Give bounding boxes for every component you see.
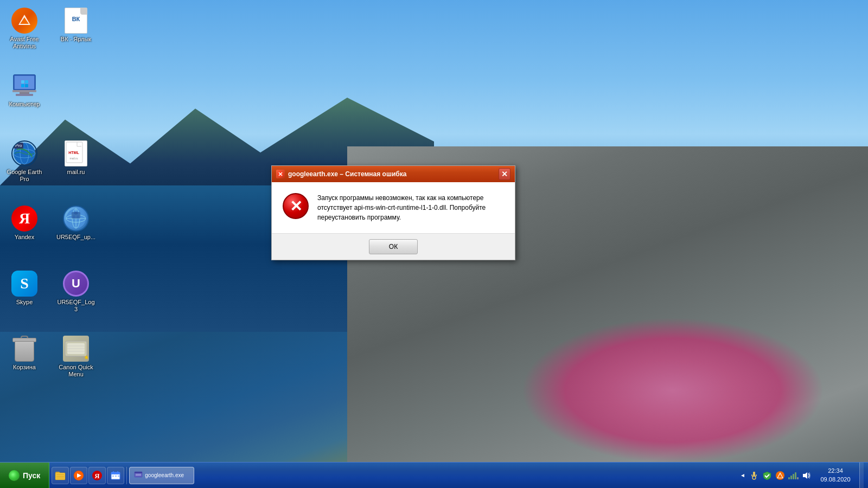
svg-rect-47 [118,476,119,477]
svg-rect-5 [21,80,24,84]
trash-icon [11,336,37,362]
desktop: Avast Free Antivirus ВК ВК - Ярлык [0,0,868,488]
tray-usb-icon[interactable] [749,470,760,481]
dialog-close-button[interactable]: ✕ [499,168,510,180]
taskbar-media-button[interactable] [70,467,87,484]
svg-point-23 [74,211,78,215]
ur5eqf-log-icon-label: UR5EQF_Log 3 [56,299,95,313]
clock-display[interactable]: 22:34 09.08.2020 [814,467,857,484]
taskbar-programs: Я [49,463,196,488]
desktop-icon-avast[interactable]: Avast Free Antivirus [3,5,46,52]
taskbar-calendar-button[interactable] [107,467,124,484]
error-dialog: googleearth.exe – Системная ошибка ✕ ✕ З… [271,165,515,260]
skype-icon: S [11,271,37,297]
taskbar: Пуск [0,462,868,488]
tray-avast-icon[interactable] [775,470,786,481]
vk-icon-label: ВК - Ярлык [61,36,91,43]
mail-icon-label: mail.ru [67,169,85,176]
ur5eqf-up-icon [63,206,89,232]
clock-time: 22:34 [828,467,843,475]
canon-icon: ★ [63,336,89,362]
dialog-footer: ОК [272,233,515,260]
svg-text:Pro: Pro [15,144,21,148]
ur5eqf-up-icon-label: UR5EQF_up... [56,234,95,241]
network-bars [788,472,799,479]
trash-icon-label: Корзина [13,364,36,371]
dialog-titlebar: googleearth.exe – Системная ошибка ✕ [272,166,515,182]
svg-rect-4 [16,94,33,96]
svg-text:HTML: HTML [68,151,79,155]
svg-rect-51 [136,475,141,476]
svg-rect-45 [112,476,114,477]
vk-icon: ВК [63,8,89,34]
computer-icon [11,73,37,99]
desktop-icon-ur5eqf-up[interactable]: UR5EQF_up... [54,203,98,243]
dialog-body: ✕ Запуск программы невозможен, так как н… [272,182,515,233]
svg-rect-3 [20,92,29,94]
desktop-icon-yandex[interactable]: Я Yandex [3,203,46,243]
desktop-icon-ur5eqf-log[interactable]: U UR5EQF_Log 3 [54,268,98,315]
desktop-icon-canon[interactable]: ★ Canon Quick Menu [54,333,98,380]
svg-rect-35 [56,476,64,477]
desktop-icon-mail[interactable]: HTML mail.ru mail.ru [54,138,98,178]
active-window-label: googleearth.exe [145,472,184,478]
desktop-icon-vk[interactable]: ВК ВК - Ярлык [54,5,98,45]
dialog-title-icon [276,170,285,178]
taskbar-active-window-button[interactable]: googleearth.exe [129,467,194,484]
dialog-title-text: googleearth.exe – Системная ошибка [288,170,495,178]
error-icon: ✕ [283,193,309,219]
avast-icon-label: Avast Free Antivirus [5,36,44,50]
desktop-icon-skype[interactable]: S Skype [3,268,46,308]
svg-rect-8 [25,84,28,87]
svg-rect-50 [136,474,141,474]
taskbar-separator [126,467,127,484]
svg-marker-59 [803,472,807,479]
start-orb-icon [9,470,20,481]
computer-icon-label: Компьютер [9,101,40,108]
desktop-icon-computer[interactable]: Компьютер [3,70,46,110]
taskbar-yandex-button[interactable]: Я [88,467,106,484]
mail-icon: HTML mail.ru [63,140,89,166]
ur5eqf-log-icon: U [63,271,89,297]
svg-rect-6 [25,80,28,84]
clock-date: 09.08.2020 [820,476,850,484]
svg-rect-46 [115,476,117,477]
svg-point-9 [14,143,35,164]
svg-text:Я: Я [95,472,100,480]
google-earth-icon: Pro [11,140,37,166]
desktop-icon-google-earth[interactable]: Pro Google Earth Pro [3,138,46,185]
yandex-icon: Я [11,206,37,232]
avast-icon [11,8,37,34]
canon-icon-label: Canon Quick Menu [56,364,95,378]
tray-network-icon[interactable] [788,470,799,481]
yandex-icon-label: Yandex [15,234,35,241]
tray-expand-button[interactable]: ◄ [739,472,746,478]
svg-text:★: ★ [84,354,88,361]
tray-shield-icon[interactable] [762,470,773,481]
svg-rect-36 [56,478,64,478]
svg-point-53 [752,476,756,479]
start-button[interactable]: Пуск [0,463,49,489]
svg-rect-52 [753,472,755,476]
svg-rect-2 [12,90,36,92]
show-desktop-button[interactable] [859,463,864,488]
taskbar-tray: ◄ [735,463,868,488]
svg-rect-7 [21,84,24,87]
tray-volume-icon[interactable] [801,470,812,481]
dialog-ok-button[interactable]: ОК [369,239,418,254]
skype-icon-label: Skype [16,299,33,306]
desktop-icon-trash[interactable]: Корзина [3,333,46,373]
start-label: Пуск [23,471,40,480]
google-earth-icon-label: Google Earth Pro [5,169,44,183]
svg-rect-42 [111,472,120,474]
svg-text:mail.ru: mail.ru [69,157,78,160]
taskbar-explorer-button[interactable] [52,467,69,484]
svg-rect-49 [135,472,142,473]
error-message-text: Запуск программы невозможен, так как на … [317,193,504,222]
svg-rect-12 [14,143,22,148]
svg-rect-34 [56,474,64,475]
